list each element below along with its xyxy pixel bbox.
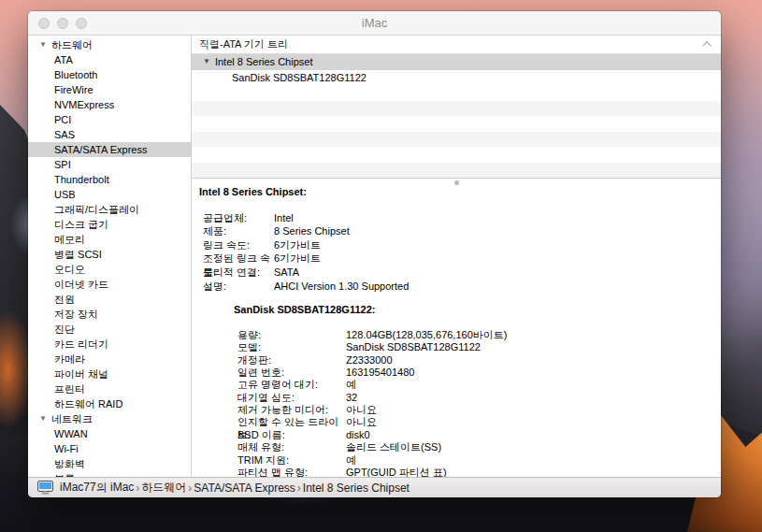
imac-display-icon: [37, 481, 53, 495]
category-sidebar: ▼하드웨어ATABluetoothFireWireNVMExpressPCISA…: [28, 36, 192, 477]
breadcrumb-separator: ›: [186, 482, 194, 495]
detail-field: 인지할 수 있는 드라이브:아니요: [234, 416, 721, 428]
detail-field: TRIM 지원:예: [234, 454, 721, 467]
sidebar-item[interactable]: FireWire: [28, 82, 191, 97]
field-value: 6기가비트: [274, 252, 321, 266]
sidebar-group-header[interactable]: ▼하드웨어: [28, 37, 191, 52]
detail-field: 제품:8 Series Chipset: [199, 224, 721, 238]
sidebar-item[interactable]: 디스크 굽기: [28, 217, 191, 232]
window-titlebar[interactable]: iMac: [28, 11, 721, 36]
tree-empty-row: [192, 101, 721, 117]
breadcrumb-item[interactable]: Intel 8 Series Chipset: [303, 482, 410, 495]
sidebar-item[interactable]: Wi-Fi: [28, 441, 191, 456]
sidebar-group-label: 네트워크: [51, 412, 93, 426]
breadcrumb-item[interactable]: 하드웨어: [141, 480, 186, 496]
disclosure-triangle-icon: ▼: [39, 41, 47, 49]
field-value: Intel: [274, 211, 294, 225]
field-value: Z2333000: [346, 354, 393, 367]
field-label: 모델:: [237, 341, 346, 353]
field-label: 용량:: [237, 329, 346, 341]
pane-splitter[interactable]: [192, 178, 721, 185]
disclosure-triangle-icon[interactable]: ▼: [203, 58, 210, 65]
sidebar-item[interactable]: SATA/SATA Express: [28, 142, 191, 157]
sidebar-item[interactable]: 방화벽: [28, 456, 191, 471]
chevron-up-icon: [702, 41, 712, 50]
detail-field: 파티션 맵 유형:GPT(GUID 파티션 표): [234, 467, 721, 477]
sidebar-item[interactable]: 저장 장치: [28, 307, 191, 322]
sidebar-item[interactable]: 진단: [28, 322, 191, 337]
sidebar-item[interactable]: PCI: [28, 112, 191, 127]
tree-empty-row: [192, 147, 721, 163]
minimize-button[interactable]: [57, 18, 68, 29]
detail-field: 제거 가능한 미디어:아니요: [234, 404, 721, 416]
field-value: disk0: [346, 429, 370, 441]
sidebar-item[interactable]: WWAN: [28, 426, 191, 441]
sidebar-item[interactable]: 이더넷 카드: [28, 277, 191, 292]
zoom-button[interactable]: [76, 18, 87, 29]
device-details-panel: Intel 8 Series Chipset:공급업체:Intel제품:8 Se…: [192, 185, 721, 477]
field-value: 8 Series Chipset: [274, 224, 350, 238]
sidebar-item[interactable]: 전원: [28, 292, 191, 307]
field-label: 제거 가능한 미디어:: [237, 404, 346, 416]
sidebar-item[interactable]: 메모리: [28, 232, 191, 247]
field-label: TRIM 지원:: [237, 454, 346, 467]
sidebar-item[interactable]: 오디오: [28, 262, 191, 277]
field-label: 개정판:: [237, 354, 346, 367]
sidebar-item[interactable]: 하드웨어 RAID: [28, 396, 191, 411]
tree-row[interactable]: ▼Intel 8 Series Chipset: [192, 54, 721, 70]
sidebar-item[interactable]: 그래픽/디스플레이: [28, 202, 191, 217]
sidebar-item[interactable]: Thunderbolt: [28, 172, 191, 187]
field-label: 물리적 연결:: [203, 266, 274, 280]
sidebar-item[interactable]: 파이버 채널: [28, 367, 191, 381]
device-tree-list: ▼Intel 8 Series ChipsetSanDisk SD8SBAT12…: [192, 54, 721, 178]
device-tree-header-label: 직렬-ATA 기기 트리: [199, 37, 288, 51]
sidebar-item[interactable]: SPI: [28, 157, 191, 172]
field-label: 파티션 맵 유형:: [237, 467, 346, 477]
tree-empty-row: [192, 163, 721, 179]
disclosure-triangle-icon: ▼: [39, 415, 47, 423]
splitter-handle-icon: [454, 180, 459, 185]
sidebar-item[interactable]: 프린터: [28, 381, 191, 396]
field-value: GPT(GUID 파티션 표): [346, 467, 447, 477]
field-label: 고유 명령어 대기:: [237, 379, 346, 391]
breadcrumb-separator: ›: [295, 482, 303, 495]
detail-field: BSD 이름:disk0: [234, 429, 721, 441]
sidebar-item[interactable]: ATA: [28, 52, 191, 67]
detail-field: 일련 번호:163195401480: [234, 367, 721, 379]
sidebar-item[interactable]: SAS: [28, 127, 191, 142]
detail-field: 개정판:Z2333000: [234, 354, 721, 367]
sidebar-item[interactable]: 카메라: [28, 352, 191, 367]
field-value: SATA: [274, 266, 299, 280]
field-value: 163195401480: [346, 367, 414, 379]
sidebar-group-label: 하드웨어: [51, 38, 93, 52]
sidebar-group-header[interactable]: ▼네트워크: [28, 411, 191, 426]
field-label: 조정된 링크 속도:: [203, 252, 274, 266]
sidebar-item[interactable]: 카드 리더기: [28, 337, 191, 352]
sidebar-item[interactable]: Bluetooth: [28, 67, 191, 82]
field-label: 일련 번호:: [237, 367, 346, 379]
tree-empty-row: [192, 116, 721, 132]
field-value: 솔리드 스테이트(SS): [346, 441, 441, 453]
breadcrumb-item[interactable]: SATA/SATA Express: [194, 482, 295, 495]
tree-empty-row: [192, 132, 721, 148]
tree-row[interactable]: SanDisk SD8SBAT128G1122: [192, 70, 721, 86]
field-label: 공급업체:: [203, 211, 274, 225]
field-label: 대기열 심도:: [237, 392, 346, 404]
breadcrumb-item[interactable]: iMac77의 iMac: [60, 480, 134, 496]
details-section: Intel 8 Series Chipset:공급업체:Intel제품:8 Se…: [199, 185, 721, 293]
field-label: BSD 이름:: [237, 429, 346, 441]
sidebar-item[interactable]: USB: [28, 187, 191, 202]
main-panel: 직렬-ATA 기기 트리 ▼Intel 8 Series ChipsetSanD…: [192, 36, 721, 477]
close-button[interactable]: [38, 18, 50, 29]
tree-empty-row: [192, 85, 721, 101]
field-value: 아니요: [346, 404, 377, 416]
detail-field: 설명:AHCI Version 1.30 Supported: [199, 280, 721, 294]
device-tree-column-header[interactable]: 직렬-ATA 기기 트리: [192, 36, 721, 54]
field-label: 설명:: [203, 280, 274, 294]
details-section: SanDisk SD8SBAT128G1122:용량:128.04GB(128,…: [234, 303, 721, 477]
system-information-window: iMac ▼하드웨어ATABluetoothFireWireNVMExpress…: [28, 11, 721, 497]
field-label: 링크 속도:: [203, 238, 274, 252]
sidebar-item[interactable]: NVMExpress: [28, 97, 191, 112]
sidebar-item[interactable]: 병렬 SCSI: [28, 247, 191, 262]
desktop-wallpaper: iMac ▼하드웨어ATABluetoothFireWireNVMExpress…: [0, 0, 762, 532]
